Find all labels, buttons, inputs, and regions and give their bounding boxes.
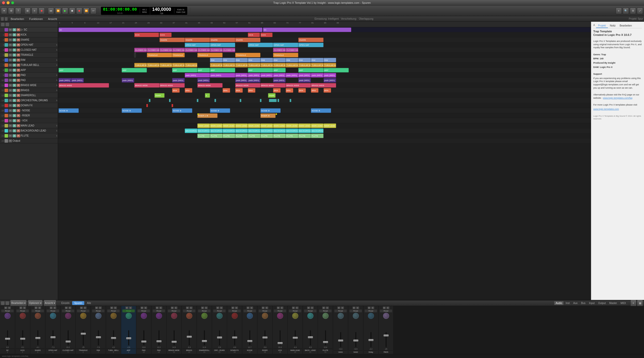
visit-link[interactable]: www.logic-templates.com xyxy=(593,108,619,110)
ch-read-0[interactable]: Read xyxy=(1,310,14,312)
ch-solo-7[interactable]: S xyxy=(114,306,117,309)
ch-mute-10[interactable]: M xyxy=(156,306,159,309)
ch-fader-9[interactable] xyxy=(141,341,146,343)
clip-rim-6[interactable]: RIM xyxy=(273,58,286,62)
track-rec-6[interactable]: R xyxy=(17,59,20,62)
ch-solo-4[interactable]: S xyxy=(68,306,71,309)
clip-snare-3[interactable]: SNARE xyxy=(210,38,235,42)
mixer-bearbeiten[interactable]: Bearbeiten ▾ xyxy=(10,300,27,306)
clip-ch-3[interactable]: CLOSED HAT xyxy=(159,48,172,52)
clip-ch-6[interactable]: CLOSED HAT xyxy=(197,48,210,52)
ch-solo-18[interactable]: S xyxy=(280,306,283,309)
track-mute-20[interactable]: M xyxy=(9,129,12,132)
ch-pan-5[interactable] xyxy=(80,313,86,319)
clip-riser-2[interactable]: RISER ⊛ xyxy=(260,113,276,118)
ch-mute-13[interactable]: M xyxy=(201,306,204,309)
track-rec-7[interactable]: R xyxy=(17,64,20,67)
clip-kick-1[interactable]: KICK xyxy=(134,33,159,37)
clip-arp-3[interactable]: ARP xyxy=(172,68,197,72)
clip-ml-8[interactable]: MAIN LEAD xyxy=(286,123,298,128)
ch-fader-3[interactable] xyxy=(50,336,56,338)
ch-fader-25[interactable] xyxy=(384,335,389,337)
clip-fl-1[interactable]: FLUTE xyxy=(197,134,210,138)
ch-solo-1[interactable]: S xyxy=(23,306,26,309)
clip-ml-6[interactable]: MAIN LEAD xyxy=(260,123,273,128)
clip-br-9[interactable]: BRA xyxy=(311,88,318,93)
track-mute-21[interactable]: M xyxy=(9,134,12,137)
clip-ch-1[interactable]: CLOSED HAT xyxy=(134,48,147,52)
ch-fader-12[interactable] xyxy=(187,336,192,338)
track-rec-11[interactable]: R xyxy=(17,84,20,87)
ch-pan-12[interactable] xyxy=(186,313,192,319)
clip-bw-2[interactable]: BRASS WIDE xyxy=(134,83,159,88)
clip-bw-7[interactable]: BRASS WIDE xyxy=(286,83,311,88)
ch-mute-1[interactable]: M xyxy=(19,306,22,309)
ch-read-7[interactable]: Read xyxy=(107,310,120,312)
clip-ml-10[interactable]: MAIN LEAD xyxy=(311,123,324,128)
tool-btn-5[interactable]: ≡ xyxy=(32,8,38,14)
clip-arp-4[interactable]: ARP xyxy=(197,68,210,72)
ch-pan-16[interactable] xyxy=(247,313,253,319)
btn-play[interactable]: ▶ xyxy=(62,8,68,14)
track-solo-19[interactable]: S xyxy=(13,124,16,127)
clip-pad2-3[interactable]: pads (MIDI) xyxy=(122,78,134,83)
clip-pad2-4[interactable]: pads (MIDI) xyxy=(172,78,185,83)
ch-fader-8[interactable] xyxy=(126,337,131,339)
ch-fader-18[interactable] xyxy=(278,342,283,344)
track-rec-2[interactable]: R xyxy=(17,38,20,41)
track-rec-19[interactable]: R xyxy=(17,124,20,127)
ch-read-8[interactable]: Read xyxy=(122,310,135,312)
ch-pan-7[interactable] xyxy=(111,313,117,319)
ch-fader-19[interactable] xyxy=(293,337,298,339)
ch-pan-8[interactable] xyxy=(126,313,132,319)
track-rec-16[interactable]: R xyxy=(17,109,20,112)
clip-snare-1[interactable]: SNARE xyxy=(159,38,185,42)
track-rec-1[interactable]: R xyxy=(17,33,20,36)
ch-solo-16[interactable]: S xyxy=(250,306,253,309)
ch-solo-8[interactable]: S xyxy=(129,306,132,309)
clip-pad-6[interactable]: pads (MIDI) xyxy=(273,73,286,78)
clip-rim-5[interactable]: RIM xyxy=(260,58,273,62)
clip-oh-1[interactable]: OPEN HAT xyxy=(185,43,210,47)
clip-noise-3[interactable]: NOISE ⊛ xyxy=(172,108,192,113)
ch-solo-3[interactable]: S xyxy=(53,306,56,309)
clip-bg-4[interactable]: BACKGROU xyxy=(223,129,235,133)
track-solo-14[interactable]: S xyxy=(13,99,16,102)
ch-fader-21[interactable] xyxy=(323,341,328,343)
track-solo-18[interactable]: S xyxy=(13,119,16,122)
track-rec-5[interactable]: R xyxy=(17,54,20,57)
clip-tub-8[interactable]: TUBULAR BE xyxy=(235,63,248,67)
ch-read-11[interactable]: Read xyxy=(168,310,180,312)
clip-arp-7[interactable]: ARP xyxy=(273,68,286,72)
ch-solo-14[interactable]: S xyxy=(220,306,223,309)
clip-bg-11[interactable]: BACKGROU xyxy=(311,129,324,133)
clip-pad2-7[interactable]: pads (MIDI) xyxy=(248,78,260,83)
ch-read-20[interactable]: Read xyxy=(304,310,317,312)
ch-mute-0[interactable]: M xyxy=(4,306,7,309)
clip-rim-9[interactable]: RIM xyxy=(311,58,324,62)
ch-mute-3[interactable]: M xyxy=(50,306,53,309)
clip-br-4[interactable]: BRA xyxy=(235,88,243,93)
ch-fader-7[interactable] xyxy=(111,337,116,339)
ch-solo-6[interactable]: S xyxy=(99,306,102,309)
ch-mute-6[interactable]: M xyxy=(95,306,98,309)
clip-tub-15[interactable]: TUBULAR BE xyxy=(324,63,336,67)
ch-mute-18[interactable]: M xyxy=(277,306,280,309)
mixer-type-audio[interactable]: Audio xyxy=(554,301,564,305)
ch-solo-19[interactable]: S xyxy=(296,306,299,309)
clip-ml-5[interactable]: MAIN LEAD xyxy=(248,123,260,128)
clip-arp-5[interactable]: ARP xyxy=(210,68,235,72)
clip-ch-5[interactable]: CLOSED HAT xyxy=(185,48,197,52)
track-rec-18[interactable]: R xyxy=(17,119,20,122)
ch-mute-15[interactable]: M xyxy=(231,306,234,309)
ch-mute-7[interactable]: M xyxy=(110,306,113,309)
clip-bw-4[interactable]: BRASS WIDE xyxy=(197,83,223,88)
ch-fader-6[interactable] xyxy=(96,336,101,338)
clip-bg-5[interactable]: BACKGROU xyxy=(235,129,248,133)
ch-pan-4[interactable] xyxy=(65,313,71,319)
ch-pan-14[interactable] xyxy=(217,313,223,319)
ch-mute-20[interactable]: M xyxy=(307,306,310,309)
ch-pan-3[interactable] xyxy=(50,313,56,319)
track-solo-11[interactable]: S xyxy=(13,84,16,87)
clip-br-5[interactable]: BRA xyxy=(248,88,255,93)
